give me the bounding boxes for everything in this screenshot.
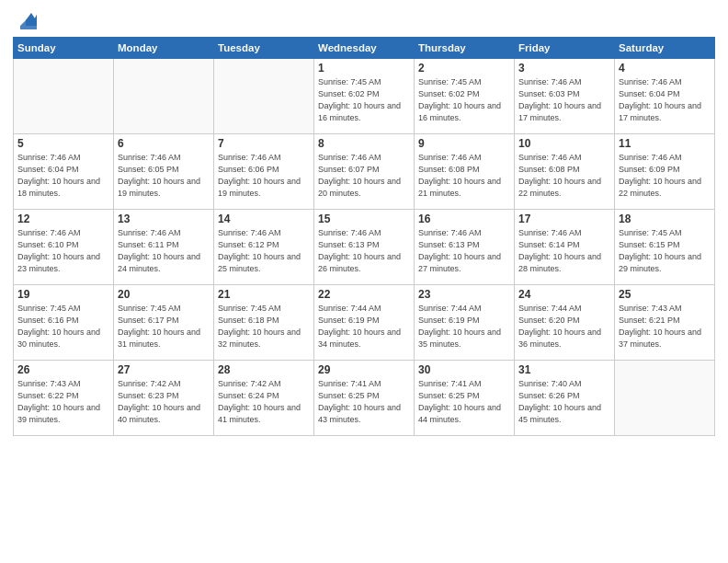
day-info: Sunrise: 7:46 AMSunset: 6:06 PMDaylight:… bbox=[218, 152, 310, 200]
day-number: 27 bbox=[118, 363, 210, 376]
day-info: Sunrise: 7:45 AMSunset: 6:15 PMDaylight:… bbox=[619, 227, 711, 275]
day-number: 10 bbox=[518, 137, 610, 150]
day-number: 6 bbox=[118, 137, 210, 150]
logo bbox=[13, 9, 37, 29]
day-number: 16 bbox=[418, 213, 510, 225]
day-number: 20 bbox=[118, 288, 210, 301]
day-info: Sunrise: 7:43 AMSunset: 6:22 PMDaylight:… bbox=[17, 378, 109, 426]
calendar-cell bbox=[14, 59, 114, 134]
day-number: 19 bbox=[17, 288, 109, 301]
calendar-cell: 9Sunrise: 7:46 AMSunset: 6:08 PMDaylight… bbox=[415, 134, 515, 210]
day-number: 21 bbox=[218, 288, 310, 301]
calendar-cell bbox=[615, 361, 715, 436]
calendar-cell: 13Sunrise: 7:46 AMSunset: 6:11 PMDayligh… bbox=[114, 210, 214, 285]
calendar-cell: 30Sunrise: 7:41 AMSunset: 6:25 PMDayligh… bbox=[415, 361, 515, 436]
day-number: 4 bbox=[619, 62, 711, 75]
calendar-cell: 17Sunrise: 7:46 AMSunset: 6:14 PMDayligh… bbox=[515, 210, 615, 285]
day-number: 30 bbox=[418, 363, 510, 376]
week-row-1: 1Sunrise: 7:45 AMSunset: 6:02 PMDaylight… bbox=[14, 59, 715, 134]
day-number: 5 bbox=[17, 137, 109, 150]
day-info: Sunrise: 7:44 AMSunset: 6:19 PMDaylight:… bbox=[418, 303, 510, 350]
day-number: 31 bbox=[518, 363, 610, 376]
header bbox=[13, 9, 715, 29]
calendar-table: SundayMondayTuesdayWednesdayThursdayFrid… bbox=[13, 37, 715, 436]
calendar-cell: 16Sunrise: 7:46 AMSunset: 6:13 PMDayligh… bbox=[415, 210, 515, 285]
weekday-header-row: SundayMondayTuesdayWednesdayThursdayFrid… bbox=[14, 38, 715, 59]
day-info: Sunrise: 7:46 AMSunset: 6:04 PMDaylight:… bbox=[17, 152, 109, 200]
day-number: 12 bbox=[17, 213, 109, 225]
day-info: Sunrise: 7:43 AMSunset: 6:21 PMDaylight:… bbox=[619, 303, 711, 350]
calendar-cell: 28Sunrise: 7:42 AMSunset: 6:24 PMDayligh… bbox=[214, 361, 314, 436]
calendar-cell: 1Sunrise: 7:45 AMSunset: 6:02 PMDaylight… bbox=[314, 59, 415, 134]
day-number: 26 bbox=[17, 363, 109, 376]
day-number: 13 bbox=[118, 213, 210, 225]
calendar-cell: 12Sunrise: 7:46 AMSunset: 6:10 PMDayligh… bbox=[14, 210, 114, 285]
day-info: Sunrise: 7:46 AMSunset: 6:13 PMDaylight:… bbox=[418, 227, 510, 275]
calendar-cell: 7Sunrise: 7:46 AMSunset: 6:06 PMDaylight… bbox=[214, 134, 314, 210]
day-info: Sunrise: 7:46 AMSunset: 6:13 PMDaylight:… bbox=[318, 227, 410, 275]
day-info: Sunrise: 7:46 AMSunset: 6:12 PMDaylight:… bbox=[218, 227, 310, 275]
day-number: 11 bbox=[619, 137, 711, 150]
week-row-2: 5Sunrise: 7:46 AMSunset: 6:04 PMDaylight… bbox=[14, 134, 715, 210]
day-number: 24 bbox=[518, 288, 610, 301]
day-info: Sunrise: 7:42 AMSunset: 6:23 PMDaylight:… bbox=[118, 378, 210, 426]
calendar-cell: 22Sunrise: 7:44 AMSunset: 6:19 PMDayligh… bbox=[314, 285, 415, 361]
day-number: 17 bbox=[518, 213, 610, 225]
calendar-cell: 29Sunrise: 7:41 AMSunset: 6:25 PMDayligh… bbox=[314, 361, 415, 436]
day-number: 28 bbox=[218, 363, 310, 376]
calendar-cell: 23Sunrise: 7:44 AMSunset: 6:19 PMDayligh… bbox=[415, 285, 515, 361]
logo-icon bbox=[17, 9, 37, 29]
calendar-cell: 3Sunrise: 7:46 AMSunset: 6:03 PMDaylight… bbox=[515, 59, 615, 134]
weekday-header-sunday: Sunday bbox=[14, 38, 114, 59]
calendar-cell: 2Sunrise: 7:45 AMSunset: 6:02 PMDaylight… bbox=[415, 59, 515, 134]
calendar-cell: 4Sunrise: 7:46 AMSunset: 6:04 PMDaylight… bbox=[615, 59, 715, 134]
day-info: Sunrise: 7:45 AMSunset: 6:16 PMDaylight:… bbox=[17, 303, 109, 350]
weekday-header-monday: Monday bbox=[114, 38, 214, 59]
day-info: Sunrise: 7:44 AMSunset: 6:20 PMDaylight:… bbox=[518, 303, 610, 350]
day-info: Sunrise: 7:45 AMSunset: 6:02 PMDaylight:… bbox=[318, 76, 410, 124]
calendar-cell: 8Sunrise: 7:46 AMSunset: 6:07 PMDaylight… bbox=[314, 134, 415, 210]
day-number: 15 bbox=[318, 213, 410, 225]
day-info: Sunrise: 7:46 AMSunset: 6:14 PMDaylight:… bbox=[518, 227, 610, 275]
day-info: Sunrise: 7:45 AMSunset: 6:17 PMDaylight:… bbox=[118, 303, 210, 350]
day-number: 29 bbox=[318, 363, 410, 376]
weekday-header-wednesday: Wednesday bbox=[314, 38, 415, 59]
calendar-cell bbox=[114, 59, 214, 134]
day-number: 9 bbox=[418, 137, 510, 150]
day-number: 18 bbox=[619, 213, 711, 225]
day-number: 3 bbox=[518, 62, 610, 75]
calendar-cell: 6Sunrise: 7:46 AMSunset: 6:05 PMDaylight… bbox=[114, 134, 214, 210]
day-info: Sunrise: 7:41 AMSunset: 6:25 PMDaylight:… bbox=[418, 378, 510, 426]
calendar-cell: 20Sunrise: 7:45 AMSunset: 6:17 PMDayligh… bbox=[114, 285, 214, 361]
calendar-cell: 31Sunrise: 7:40 AMSunset: 6:26 PMDayligh… bbox=[515, 361, 615, 436]
calendar-cell: 18Sunrise: 7:45 AMSunset: 6:15 PMDayligh… bbox=[615, 210, 715, 285]
calendar-cell: 14Sunrise: 7:46 AMSunset: 6:12 PMDayligh… bbox=[214, 210, 314, 285]
calendar-cell bbox=[214, 59, 314, 134]
day-info: Sunrise: 7:45 AMSunset: 6:02 PMDaylight:… bbox=[418, 76, 510, 124]
day-info: Sunrise: 7:46 AMSunset: 6:08 PMDaylight:… bbox=[518, 152, 610, 200]
weekday-header-friday: Friday bbox=[515, 38, 615, 59]
day-info: Sunrise: 7:46 AMSunset: 6:08 PMDaylight:… bbox=[418, 152, 510, 200]
calendar-cell: 10Sunrise: 7:46 AMSunset: 6:08 PMDayligh… bbox=[515, 134, 615, 210]
week-row-5: 26Sunrise: 7:43 AMSunset: 6:22 PMDayligh… bbox=[14, 361, 715, 436]
day-number: 14 bbox=[218, 213, 310, 225]
day-number: 22 bbox=[318, 288, 410, 301]
weekday-header-thursday: Thursday bbox=[415, 38, 515, 59]
day-number: 2 bbox=[418, 62, 510, 75]
calendar-cell: 24Sunrise: 7:44 AMSunset: 6:20 PMDayligh… bbox=[515, 285, 615, 361]
day-number: 25 bbox=[619, 288, 711, 301]
calendar-page: SundayMondayTuesdayWednesdayThursdayFrid… bbox=[0, 0, 728, 563]
day-info: Sunrise: 7:46 AMSunset: 6:09 PMDaylight:… bbox=[619, 152, 711, 200]
day-info: Sunrise: 7:46 AMSunset: 6:03 PMDaylight:… bbox=[518, 76, 610, 124]
svg-marker-1 bbox=[26, 13, 37, 26]
day-info: Sunrise: 7:46 AMSunset: 6:05 PMDaylight:… bbox=[118, 152, 210, 200]
day-info: Sunrise: 7:41 AMSunset: 6:25 PMDaylight:… bbox=[318, 378, 410, 426]
day-info: Sunrise: 7:44 AMSunset: 6:19 PMDaylight:… bbox=[318, 303, 410, 350]
weekday-header-tuesday: Tuesday bbox=[214, 38, 314, 59]
day-number: 1 bbox=[318, 62, 410, 75]
day-info: Sunrise: 7:46 AMSunset: 6:11 PMDaylight:… bbox=[118, 227, 210, 275]
day-info: Sunrise: 7:45 AMSunset: 6:18 PMDaylight:… bbox=[218, 303, 310, 350]
day-number: 23 bbox=[418, 288, 510, 301]
day-number: 7 bbox=[218, 137, 310, 150]
day-info: Sunrise: 7:40 AMSunset: 6:26 PMDaylight:… bbox=[518, 378, 610, 426]
